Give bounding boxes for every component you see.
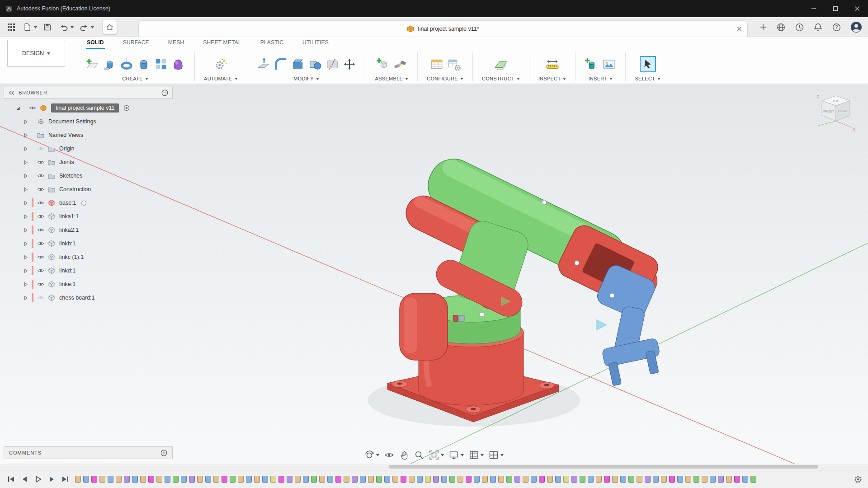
ribbon-tab-sheet-metal[interactable]: SHEET METAL <box>202 38 242 49</box>
ribbon-tab-utilities[interactable]: UTILITIES <box>302 38 330 49</box>
save-icon[interactable] <box>42 21 53 33</box>
browser-root-item[interactable]: final project sample v11 <box>4 101 173 115</box>
canvas-icon[interactable] <box>602 57 616 71</box>
undo-icon[interactable] <box>58 21 70 33</box>
timeline-feature-marker[interactable] <box>238 476 244 483</box>
timeline-feature-marker[interactable] <box>132 476 138 483</box>
browser-item[interactable]: linkc (1):1 <box>4 250 173 264</box>
timeline-feature-marker[interactable] <box>474 476 480 483</box>
timeline-feature-marker[interactable] <box>685 476 691 483</box>
dropdown-caret-icon[interactable] <box>441 454 444 456</box>
dropdown-caret-icon[interactable] <box>500 454 504 456</box>
minimize-button[interactable] <box>803 0 825 17</box>
extrude-icon[interactable] <box>102 57 117 71</box>
timeline-feature-marker[interactable] <box>677 476 683 483</box>
viewports-icon[interactable] <box>489 450 499 460</box>
timeline-feature-marker[interactable] <box>230 476 236 483</box>
timeline-feature-marker[interactable] <box>726 476 732 483</box>
item-label[interactable]: chess board:1 <box>59 295 95 301</box>
ribbon-group-label[interactable]: MODIFY <box>293 76 319 81</box>
timeline-feature-marker[interactable] <box>376 476 382 483</box>
timeline-feature-marker[interactable] <box>327 476 333 483</box>
add-comment-icon[interactable] <box>160 450 167 456</box>
timeline-feature-marker[interactable] <box>531 476 537 483</box>
expand-arrow-icon[interactable] <box>24 119 32 124</box>
timeline-feature-marker[interactable] <box>693 476 699 483</box>
ribbon-group-label[interactable]: AUTOMATE <box>204 76 238 81</box>
timeline-feature-marker[interactable] <box>75 476 81 483</box>
new-component-icon[interactable] <box>376 57 390 71</box>
new-sketch-icon[interactable] <box>85 57 99 71</box>
visibility-eye-icon[interactable] <box>35 240 46 247</box>
new-tab-icon[interactable] <box>758 22 769 33</box>
measure-icon[interactable] <box>545 57 560 71</box>
timeline-feature-marker[interactable] <box>612 476 618 483</box>
collapse-panel-icon[interactable] <box>8 90 14 95</box>
browser-item[interactable]: Sketches <box>4 169 173 183</box>
combine-icon[interactable] <box>308 57 322 71</box>
browser-item[interactable]: Construction <box>4 183 173 196</box>
timeline-feature-marker[interactable] <box>287 476 292 483</box>
ribbon-tab-mesh[interactable]: MESH <box>167 38 185 49</box>
ribbon-group-label[interactable]: INSERT <box>588 76 613 81</box>
play-button[interactable] <box>33 474 43 485</box>
item-label[interactable]: final project sample v11 <box>51 103 119 113</box>
timeline-feature-marker[interactable] <box>344 476 349 483</box>
ribbon-group-label[interactable]: ASSEMBLE <box>375 76 409 81</box>
step-back-button[interactable] <box>19 474 30 485</box>
item-label[interactable]: Joints <box>59 159 74 165</box>
browser-item[interactable]: base:1 <box>4 196 173 210</box>
timeline-feature-marker[interactable] <box>156 476 162 483</box>
timeline-feature-marker[interactable] <box>368 476 374 483</box>
insert-derive-icon[interactable] <box>585 57 599 71</box>
ribbon-tab-plastic[interactable]: PLASTIC <box>259 38 284 49</box>
browser-item[interactable]: chess board:1 <box>4 291 173 305</box>
timeline-feature-marker[interactable] <box>490 476 496 483</box>
expand-arrow-icon[interactable] <box>24 133 32 138</box>
visibility-eye-icon[interactable] <box>35 294 46 301</box>
workspace-switcher[interactable]: DESIGN <box>7 40 65 67</box>
item-label[interactable]: base:1 <box>59 200 76 206</box>
item-label[interactable]: Named Views <box>48 132 83 138</box>
timeline-feature-marker[interactable] <box>360 476 366 483</box>
step-forward-button[interactable] <box>46 474 57 485</box>
visibility-eye-icon[interactable] <box>35 145 46 152</box>
visibility-eye-icon[interactable] <box>27 104 38 112</box>
close-button[interactable] <box>846 0 868 17</box>
browser-item[interactable]: Joints <box>4 155 173 169</box>
timeline-feature-marker[interactable] <box>246 476 252 483</box>
timeline-feature-marker[interactable] <box>335 476 341 483</box>
visibility-eye-icon[interactable] <box>35 213 46 220</box>
activate-radio-icon[interactable] <box>123 105 130 111</box>
timeline-feature-marker[interactable] <box>547 476 553 483</box>
timeline-feature-marker[interactable] <box>295 476 301 483</box>
form-icon[interactable] <box>171 57 185 71</box>
timeline-feature-marker[interactable] <box>392 476 398 483</box>
timeline-feature-marker[interactable] <box>604 476 610 483</box>
timeline-feature-marker[interactable] <box>189 476 195 483</box>
shell-icon[interactable] <box>291 57 305 71</box>
item-label[interactable]: Document Settings <box>48 118 96 125</box>
document-tab[interactable]: final project sample v11* <box>138 20 748 37</box>
look-at-icon[interactable] <box>384 450 394 460</box>
ribbon-group-label[interactable]: CONSTRUCT <box>482 76 520 81</box>
visibility-eye-icon[interactable] <box>35 186 46 193</box>
timeline-feature-marker[interactable] <box>718 476 724 483</box>
file-menu-icon[interactable] <box>21 21 33 33</box>
timeline-feature-marker[interactable] <box>140 476 146 483</box>
timeline-feature-marker[interactable] <box>702 476 708 483</box>
timeline-feature-marker[interactable] <box>425 476 431 483</box>
orbit-icon[interactable] <box>364 450 374 460</box>
visibility-eye-icon[interactable] <box>35 267 46 274</box>
timeline-feature-marker[interactable] <box>91 476 97 483</box>
help-icon[interactable]: ? <box>830 21 843 33</box>
display-settings-icon[interactable] <box>449 450 459 460</box>
robot-arm-model[interactable] <box>368 151 665 427</box>
ribbon-tab-solid[interactable]: SOLID <box>86 38 105 49</box>
item-label[interactable]: linkc (1):1 <box>59 254 84 260</box>
timeline-feature-marker[interactable] <box>482 476 488 483</box>
browser-item[interactable]: Document Settings <box>4 115 173 128</box>
timeline-feature-marker[interactable] <box>401 476 406 483</box>
expand-arrow-icon[interactable] <box>24 282 32 287</box>
ribbon-group-label[interactable]: CONFIGURE <box>427 76 463 81</box>
